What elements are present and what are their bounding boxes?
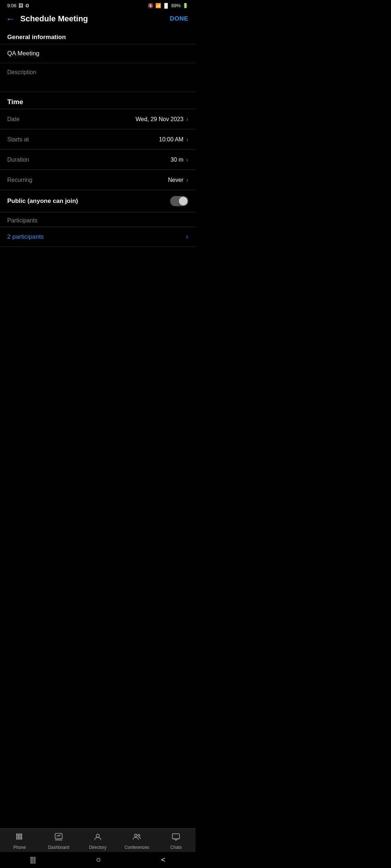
date-chevron-icon: › bbox=[186, 116, 188, 123]
content-spacer bbox=[0, 247, 196, 456]
page-header: ← Schedule Meeting DONE bbox=[0, 10, 196, 29]
image-status-icon: 🖼 bbox=[18, 3, 23, 8]
recurring-label: Recurring bbox=[7, 177, 32, 183]
starts-at-label: Starts at bbox=[7, 136, 29, 143]
done-button[interactable]: DONE bbox=[170, 15, 188, 22]
meeting-title-row[interactable]: QA Meeting bbox=[0, 44, 196, 63]
battery-percent: 89% bbox=[171, 3, 181, 8]
date-value[interactable]: Wed, 29 Nov 2023 › bbox=[135, 116, 188, 123]
date-row[interactable]: Date Wed, 29 Nov 2023 › bbox=[0, 109, 196, 129]
recurring-chevron-icon: › bbox=[186, 177, 188, 183]
duration-chevron-icon: › bbox=[186, 157, 188, 163]
duration-label: Duration bbox=[7, 157, 29, 163]
participants-chevron-icon: › bbox=[186, 233, 188, 241]
public-toggle-row[interactable]: Public (anyone can join) bbox=[0, 190, 196, 212]
description-row[interactable]: Description bbox=[0, 63, 196, 92]
general-information-section-header: General information bbox=[0, 29, 196, 44]
public-toggle-label: Public (anyone can join) bbox=[7, 197, 78, 205]
starts-at-value[interactable]: 10:00 AM › bbox=[159, 136, 188, 143]
meeting-title-value[interactable]: QA Meeting bbox=[7, 50, 39, 57]
page-title: Schedule Meeting bbox=[20, 14, 88, 24]
battery-icon: 🔋 bbox=[182, 3, 188, 8]
participants-section-label: Participants bbox=[0, 212, 196, 227]
public-toggle[interactable] bbox=[170, 196, 188, 206]
back-button[interactable]: ← bbox=[6, 14, 15, 24]
header-left: ← Schedule Meeting bbox=[6, 14, 88, 24]
starts-at-row[interactable]: Starts at 10:00 AM › bbox=[0, 129, 196, 150]
time-section-header: Time bbox=[0, 92, 196, 109]
starts-at-chevron-icon: › bbox=[186, 136, 188, 143]
g-status-icon: G bbox=[25, 3, 29, 8]
toggle-knob bbox=[179, 197, 188, 205]
duration-row[interactable]: Duration 30 m › bbox=[0, 150, 196, 170]
participants-count[interactable]: 2 participants bbox=[7, 233, 44, 241]
status-right: 🔇 📶 ▐▌ 89% 🔋 bbox=[148, 3, 188, 8]
description-placeholder[interactable]: Description bbox=[7, 69, 36, 75]
recurring-value[interactable]: Never › bbox=[168, 177, 188, 183]
date-label: Date bbox=[7, 116, 20, 123]
status-left: 9:06 🖼 G bbox=[7, 3, 29, 8]
duration-value[interactable]: 30 m › bbox=[171, 157, 188, 163]
participants-row[interactable]: 2 participants › bbox=[0, 227, 196, 247]
time-display: 9:06 bbox=[7, 3, 16, 8]
signal-icon: ▐▌ bbox=[163, 3, 169, 8]
mute-icon: 🔇 bbox=[148, 3, 154, 8]
status-bar: 9:06 🖼 G 🔇 📶 ▐▌ 89% 🔋 bbox=[0, 0, 196, 10]
wifi-icon: 📶 bbox=[155, 3, 161, 8]
recurring-row[interactable]: Recurring Never › bbox=[0, 170, 196, 190]
